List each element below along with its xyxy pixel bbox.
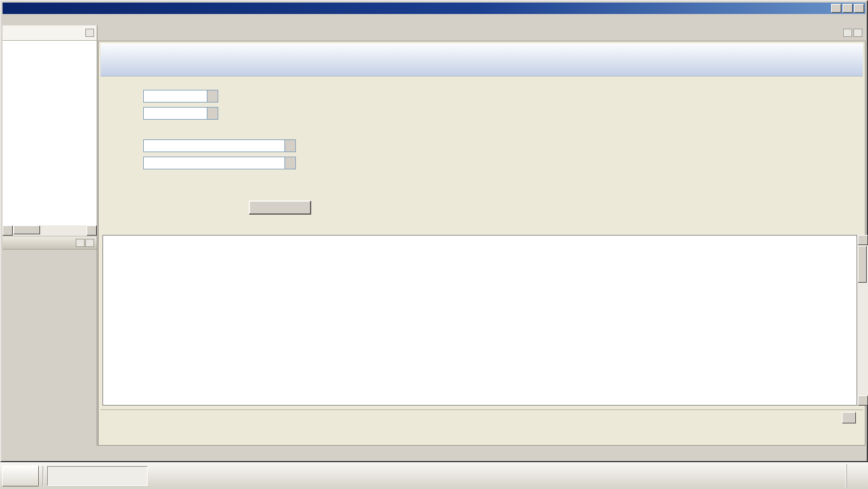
car-hire-panel — [98, 41, 865, 446]
results-grid — [102, 235, 857, 406]
sidebar — [3, 25, 97, 446]
navigation-tree — [3, 41, 97, 225]
search-timing-status — [101, 409, 863, 426]
taskbar — [0, 462, 868, 489]
taskbar-app-button[interactable] — [47, 466, 148, 486]
statusbar — [3, 447, 865, 461]
pickup-combobox[interactable] — [143, 139, 296, 152]
booking-fields — [3, 255, 97, 260]
scroll-right-icon[interactable] — [87, 225, 97, 236]
info-button[interactable] — [842, 412, 856, 423]
booking-restore-button[interactable] — [85, 239, 94, 247]
booking-panel — [3, 237, 97, 446]
start-button[interactable] — [2, 465, 39, 486]
document-tabstrip — [98, 25, 865, 41]
desktop — [0, 0, 868, 489]
menubar — [3, 14, 865, 25]
close-button[interactable] — [854, 4, 864, 13]
booking-toolbar — [3, 250, 97, 254]
sidebar-horizontal-scrollbar[interactable] — [3, 225, 97, 236]
page-header — [101, 43, 863, 76]
chevron-down-icon[interactable] — [207, 108, 218, 119]
results-grid-header — [103, 236, 857, 246]
dropoff-combobox[interactable] — [143, 157, 296, 169]
scroll-left-icon[interactable] — [3, 225, 13, 236]
booking-minimize-button[interactable] — [76, 239, 85, 247]
booking-panel-header — [3, 237, 97, 250]
scrollbar-track[interactable] — [858, 245, 868, 395]
pickup-at-combobox[interactable] — [143, 90, 218, 103]
scroll-up-icon[interactable] — [858, 235, 868, 245]
sidebar-header — [3, 25, 97, 41]
main-area — [98, 25, 865, 446]
minimize-button[interactable] — [831, 4, 841, 13]
system-tray — [846, 464, 868, 488]
app-window — [0, 0, 868, 462]
search-button[interactable] — [249, 201, 311, 215]
taskbar-divider — [43, 466, 44, 486]
titlebar — [3, 3, 865, 14]
scrollbar-thumb[interactable] — [13, 225, 40, 234]
scroll-down-icon[interactable] — [858, 395, 868, 406]
chevron-down-icon[interactable] — [207, 90, 218, 102]
mdi-restore-button[interactable] — [853, 29, 862, 37]
results-vertical-scrollbar[interactable] — [858, 235, 868, 406]
mdi-minimize-button[interactable] — [843, 29, 852, 37]
chevron-down-icon[interactable] — [284, 140, 295, 152]
scrollbar-thumb[interactable] — [858, 246, 867, 283]
restore-button[interactable] — [843, 4, 853, 13]
chevron-down-icon[interactable] — [284, 157, 295, 169]
dropoff-at-combobox[interactable] — [143, 107, 218, 120]
sidebar-collapse-button[interactable] — [85, 29, 94, 37]
scrollbar-track[interactable] — [13, 225, 87, 236]
